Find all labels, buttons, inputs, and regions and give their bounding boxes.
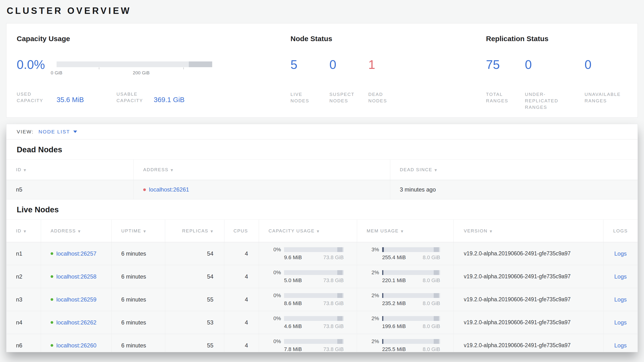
capacity-values-row: USED CAPACITY 35.6 MiB USABLE CAPACITY 3… xyxy=(17,91,290,104)
view-selector-dropdown[interactable]: NODE LIST xyxy=(38,129,77,135)
replication-status-section: Replication Status 75 TOTAL RANGES 0 UND… xyxy=(486,35,627,117)
total-ranges-stat: 75 TOTAL RANGES xyxy=(486,58,525,111)
column-header-id[interactable]: ID xyxy=(6,160,134,180)
sort-arrow-icon xyxy=(144,228,146,234)
column-header-address[interactable]: ADDRESS xyxy=(134,160,390,180)
capacity-percent: 0% xyxy=(259,292,281,299)
under-replicated-count: 0 xyxy=(525,58,584,71)
capacity-usage-cell: 0% 9.6 MiB73.8 GiB xyxy=(259,242,357,265)
capacity-usage-cell: 0% 7.8 MiB73.8 GiB xyxy=(259,334,357,352)
column-header-mem-usage[interactable]: MEM USAGE xyxy=(357,220,454,242)
sort-arrow-icon xyxy=(24,167,26,172)
column-header-cpus[interactable]: CPUS xyxy=(224,220,259,242)
live-nodes-header-row: ID ADDRESS UPTIME REPLICAS CPUS CAPACITY… xyxy=(6,220,638,242)
mem-total: 8.0 GiB xyxy=(423,254,440,261)
logs-link[interactable]: Logs xyxy=(614,319,626,326)
live-nodes-title: Live Nodes xyxy=(17,205,638,214)
logs-cell: Logs xyxy=(604,242,638,265)
axis-label-mid: 200 GiB xyxy=(133,70,150,76)
node-address-link[interactable]: localhost:26262 xyxy=(56,319,96,326)
node-replicas: 53 xyxy=(165,311,224,334)
suspect-nodes-count: 0 xyxy=(330,58,368,71)
dead-nodes-label: DEAD NODES xyxy=(368,91,395,104)
column-header-capacity-usage[interactable]: CAPACITY USAGE xyxy=(259,220,357,242)
dead-node-row: n5 localhost:26261 3 minutes ago xyxy=(6,180,638,200)
node-address-link[interactable]: localhost:26260 xyxy=(56,342,96,349)
column-header-uptime[interactable]: UPTIME xyxy=(112,220,165,242)
chevron-down-icon xyxy=(73,130,77,133)
node-address-cell: localhost:26260 xyxy=(41,334,112,352)
node-address-link[interactable]: localhost:26257 xyxy=(56,250,96,257)
sort-arrow-icon xyxy=(171,167,174,172)
total-ranges-label: TOTAL RANGES xyxy=(486,91,513,104)
live-status-icon xyxy=(50,275,53,278)
column-header-id[interactable]: ID xyxy=(6,220,41,242)
usable-capacity-value: 369.1 GiB xyxy=(154,96,290,104)
node-version: v19.2.0-alpha.20190606-2491-gfe735c9a97 xyxy=(454,311,604,334)
capacity-bar-chart: 0 GiB 200 GiB xyxy=(56,61,212,76)
node-address-cell: localhost:26261 xyxy=(134,180,390,199)
node-address-cell: localhost:26262 xyxy=(41,311,112,334)
column-header-replicas[interactable]: REPLICAS xyxy=(165,220,224,242)
node-cpus: 4 xyxy=(224,311,259,334)
view-selected-value: NODE LIST xyxy=(38,129,70,135)
capacity-mini-bar xyxy=(284,316,344,321)
live-node-row: n3 localhost:26259 6 minutes 55 4 0% 8.6… xyxy=(6,288,638,311)
suspect-nodes-stat: 0 SUSPECT NODES xyxy=(330,58,368,104)
logs-link[interactable]: Logs xyxy=(614,250,626,257)
unavailable-ranges-count: 0 xyxy=(584,58,623,71)
logs-link[interactable]: Logs xyxy=(614,273,626,280)
node-id: n3 xyxy=(6,288,41,311)
suspect-nodes-label: SUSPECT NODES xyxy=(330,91,356,104)
live-status-icon xyxy=(50,252,53,255)
logs-link[interactable]: Logs xyxy=(614,342,626,349)
live-node-row: n1 localhost:26257 6 minutes 54 4 0% 9.6… xyxy=(6,242,638,265)
node-replicas: 55 xyxy=(165,288,224,311)
total-ranges-count: 75 xyxy=(486,58,525,71)
node-id: n1 xyxy=(6,242,41,265)
sort-arrow-icon xyxy=(401,228,404,234)
column-header-address[interactable]: ADDRESS xyxy=(41,220,112,242)
live-nodes-stat: 5 LIVE NODES xyxy=(290,58,330,104)
node-address-link[interactable]: localhost:26259 xyxy=(56,296,96,303)
node-address-link[interactable]: localhost:26258 xyxy=(56,273,96,280)
under-replicated-label: UNDER-REPLICATED RANGES xyxy=(525,91,568,111)
live-node-row: n2 localhost:26258 6 minutes 54 4 0% 5.0… xyxy=(6,265,638,288)
node-version: v19.2.0-alpha.20190606-2491-gfe735c9a97 xyxy=(454,242,604,265)
logs-cell: Logs xyxy=(604,288,638,311)
mem-used: 255.4 MiB xyxy=(382,254,406,261)
capacity-total: 73.8 GiB xyxy=(323,346,344,352)
mem-mini-bar xyxy=(382,339,440,344)
mem-used: 199.6 MiB xyxy=(382,323,406,329)
live-nodes-table: ID ADDRESS UPTIME REPLICAS CPUS CAPACITY… xyxy=(6,220,638,352)
page-title: CLUSTER OVERVIEW xyxy=(7,6,638,16)
capacity-used: 4.6 MiB xyxy=(284,323,302,329)
node-address-link[interactable]: localhost:26261 xyxy=(149,186,189,193)
capacity-usage-cell: 0% 4.6 MiB73.8 GiB xyxy=(259,311,357,334)
capacity-total: 73.8 GiB xyxy=(323,323,344,329)
capacity-total: 73.8 GiB xyxy=(323,254,344,261)
node-replicas: 55 xyxy=(165,334,224,352)
logs-link[interactable]: Logs xyxy=(614,296,626,303)
live-status-icon xyxy=(50,321,53,324)
mem-total: 8.0 GiB xyxy=(423,323,440,329)
node-id: n4 xyxy=(6,311,41,334)
column-header-dead-since[interactable]: DEAD SINCE xyxy=(390,160,638,180)
live-node-row: n4 localhost:26262 6 minutes 53 4 0% 4.6… xyxy=(6,311,638,334)
node-address-cell: localhost:26259 xyxy=(41,288,112,311)
column-header-version[interactable]: VERSION xyxy=(454,220,604,242)
mem-mini-bar xyxy=(382,293,440,298)
capacity-total: 73.8 GiB xyxy=(323,300,344,306)
sort-arrow-icon xyxy=(434,167,437,172)
node-address-cell: localhost:26257 xyxy=(41,242,112,265)
mem-total: 8.0 GiB xyxy=(423,346,440,352)
capacity-percent: 0% xyxy=(259,315,281,322)
logs-cell: Logs xyxy=(604,265,638,288)
unavailable-ranges-label: UNAVAILABLE RANGES xyxy=(584,91,623,104)
capacity-usage-section: Capacity Usage 0.0% 0 GiB 200 GiB USED C… xyxy=(17,35,290,117)
used-capacity-label: USED CAPACITY xyxy=(17,91,46,104)
unavailable-ranges-stat: 0 UNAVAILABLE RANGES xyxy=(584,58,623,111)
under-replicated-stat: 0 UNDER-REPLICATED RANGES xyxy=(525,58,584,111)
capacity-used: 7.8 MiB xyxy=(284,346,302,352)
mem-percent: 2% xyxy=(357,315,379,322)
